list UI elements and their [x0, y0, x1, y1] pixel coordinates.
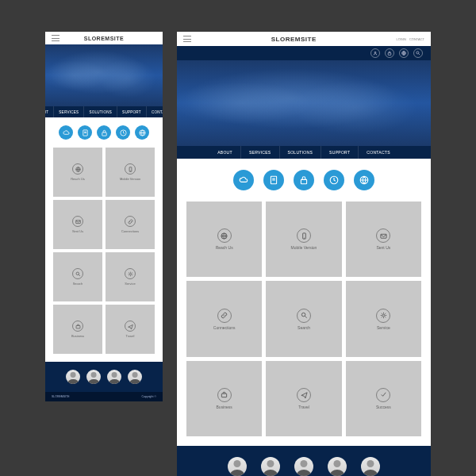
card-globe[interactable]: Reach Us — [53, 148, 102, 197]
plane-icon — [297, 388, 311, 402]
team-avatar[interactable] — [328, 457, 347, 476]
brand-logo[interactable]: SLOREMSITE — [60, 36, 148, 41]
top-links: LOGINCONTACT — [397, 37, 425, 41]
hero-map — [45, 44, 163, 106]
nav-about[interactable]: ABOUT — [209, 146, 241, 159]
card-label: Connections — [213, 325, 236, 330]
card-link[interactable]: Connections — [106, 200, 155, 249]
card-label: Reach Us — [71, 177, 85, 181]
team-avatar[interactable] — [86, 370, 101, 384]
feature-row — [177, 159, 431, 202]
gear-icon — [376, 309, 390, 323]
feature-clock[interactable] — [324, 170, 344, 190]
nav-services[interactable]: SERVICES — [241, 146, 280, 159]
nav-support[interactable]: SUPPORT — [117, 106, 147, 117]
team-avatar[interactable] — [128, 370, 142, 384]
user-icon[interactable] — [370, 48, 380, 58]
svg-point-29 — [301, 313, 305, 317]
team-row — [45, 362, 163, 392]
feature-clock[interactable] — [116, 125, 130, 140]
team-avatar[interactable] — [66, 370, 80, 384]
footer-copy: Copyright © — [141, 395, 156, 398]
mail-icon — [376, 228, 390, 243]
phone-icon — [125, 163, 136, 175]
mail-icon — [72, 216, 83, 227]
card-phone[interactable]: Mobile Version — [106, 148, 155, 197]
team-avatar[interactable] — [107, 370, 121, 384]
globe-icon — [72, 163, 83, 175]
card-plane[interactable]: Travel — [266, 361, 341, 436]
card-label: Mobile Version — [291, 245, 317, 250]
nav-services[interactable]: SERVICES — [54, 106, 84, 117]
menu-icon[interactable] — [52, 35, 60, 41]
team-row — [177, 446, 431, 476]
mobile-mockup: SLOREMSITE ABOUTSERVICESSOLUTIONSSUPPORT… — [45, 32, 163, 401]
card-label: Mobile Version — [120, 177, 140, 181]
team-avatar[interactable] — [361, 457, 380, 476]
link-icon — [125, 216, 136, 227]
toplink[interactable]: LOGIN — [397, 37, 406, 41]
card-label: Service — [377, 325, 390, 330]
card-mail[interactable]: Sent Us — [346, 202, 421, 277]
topbar: SLOREMSITE — [45, 32, 163, 44]
card-search[interactable]: Search — [53, 252, 102, 301]
card-briefcase[interactable]: Business — [53, 305, 102, 354]
card-gear[interactable]: Service — [346, 281, 421, 356]
nav-about[interactable]: ABOUT — [45, 106, 54, 117]
feature-file[interactable] — [263, 170, 284, 190]
card-grid: Reach UsMobile VersionSent UsConnections… — [177, 202, 431, 446]
team-avatar[interactable] — [294, 457, 313, 476]
svg-line-18 — [419, 54, 420, 56]
card-label: Business — [217, 405, 232, 409]
phone-icon — [297, 228, 311, 243]
globe-icon — [217, 228, 232, 243]
nav-contacts[interactable]: CONTACTS — [147, 106, 163, 117]
card-link[interactable]: Connections — [186, 281, 262, 356]
card-label: Search — [298, 325, 310, 330]
briefcase-icon — [72, 321, 83, 332]
card-label: Sent Us — [72, 229, 83, 233]
nav-solutions[interactable]: SOLUTIONS — [280, 146, 322, 159]
card-mail[interactable]: Sent Us — [53, 200, 102, 249]
feature-cloud[interactable] — [59, 125, 73, 140]
menu-icon[interactable] — [183, 36, 191, 42]
card-briefcase[interactable]: Business — [186, 361, 262, 436]
card-label: Travel — [298, 405, 309, 409]
feature-lock[interactable] — [294, 170, 314, 190]
card-search[interactable]: Search — [266, 281, 341, 356]
lock-icon[interactable] — [385, 48, 394, 58]
feature-cloud[interactable] — [233, 170, 254, 190]
gear-icon — [125, 268, 136, 279]
svg-line-11 — [79, 274, 80, 276]
globe-icon[interactable] — [399, 48, 409, 58]
feature-globe[interactable] — [354, 170, 374, 190]
nav-contacts[interactable]: CONTACTS — [359, 146, 398, 159]
svg-point-12 — [129, 273, 131, 274]
toplink[interactable]: CONTACT — [409, 37, 424, 41]
card-label: Reach Us — [216, 245, 233, 250]
card-phone[interactable]: Mobile Version — [266, 202, 341, 277]
search-icon[interactable] — [413, 48, 423, 58]
nav-support[interactable]: SUPPORT — [321, 146, 359, 159]
card-label: Sent Us — [376, 245, 390, 250]
team-avatar[interactable] — [261, 457, 280, 476]
card-gear[interactable]: Service — [106, 252, 155, 301]
nav-solutions[interactable]: SOLUTIONS — [84, 106, 117, 117]
check-icon — [376, 388, 390, 402]
feature-file[interactable] — [78, 125, 92, 140]
card-plane[interactable]: Travel — [106, 305, 155, 354]
brand-logo[interactable]: SLOREMSITE — [191, 36, 397, 43]
card-check[interactable]: Success — [346, 361, 421, 436]
feature-globe[interactable] — [135, 125, 149, 140]
feature-lock[interactable] — [97, 125, 111, 140]
svg-rect-3 — [102, 132, 106, 136]
svg-line-30 — [305, 316, 306, 317]
svg-point-14 — [374, 52, 376, 53]
card-grid: Reach UsMobile VersionSent UsConnections… — [45, 148, 163, 362]
svg-rect-15 — [388, 53, 391, 56]
svg-point-17 — [416, 52, 419, 54]
team-avatar[interactable] — [228, 457, 247, 476]
card-globe[interactable]: Reach Us — [186, 202, 262, 277]
link-icon — [217, 309, 232, 323]
navbar: ABOUTSERVICESSOLUTIONSSUPPORTCONTACTS — [177, 146, 431, 159]
